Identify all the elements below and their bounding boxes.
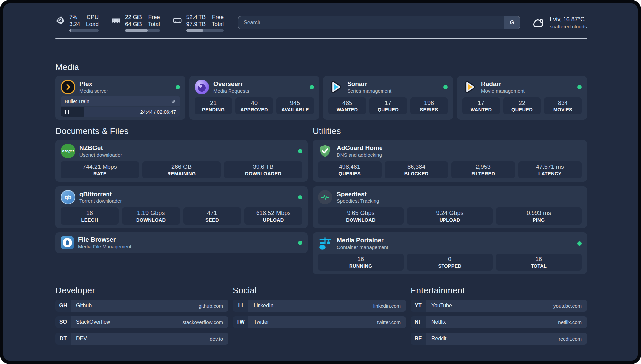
link-row-twitter[interactable]: TWTwittertwitter.com: [233, 316, 406, 328]
link-url: twitter.com: [377, 319, 401, 325]
link-name: DEV: [76, 336, 87, 342]
cpu-progress-fill: [69, 29, 71, 32]
stat-box: 0STOPPED: [407, 254, 493, 271]
disk-widget: 52.4 TB Free 97.9 TB Total: [172, 14, 224, 32]
stat-value: 618.52 Mbps: [256, 210, 290, 217]
speedtest-card[interactable]: Speedtest Speedtest Tracking 9.65 GbpsDO…: [313, 186, 587, 228]
link-name: YouTube: [431, 303, 452, 309]
stat-label: REMAINING: [168, 171, 196, 176]
now-playing-title: Bullet Train: [65, 98, 89, 104]
memory-free-value: 22 GiB: [125, 14, 142, 21]
memory-progress-fill: [125, 29, 148, 32]
link-name: Reddit: [431, 336, 446, 342]
stat-label: PING: [533, 217, 545, 223]
media-section-title: Media: [55, 62, 587, 72]
link-url: netflix.com: [558, 319, 582, 325]
weather-condition: scattered clouds: [550, 23, 587, 30]
stat-box: 498,461QUERIES: [318, 161, 382, 178]
dashboard: 7% CPU 3.24 Load 22 GiB Free: [3, 3, 638, 361]
stat-box: 471SEED: [183, 207, 241, 225]
stat-value: 1.19 Gbps: [137, 210, 165, 217]
radarr-card[interactable]: Radarr Movie management 17WANTED22QUEUED…: [457, 76, 587, 120]
link-row-dev[interactable]: DTDEVdev.to: [55, 333, 228, 345]
filebrowser-icon: [61, 236, 74, 249]
status-dot: [298, 195, 302, 199]
link-name: Netflix: [431, 319, 446, 325]
sonarr-card[interactable]: Sonarr Series management 485WANTED17QUEU…: [323, 76, 453, 120]
stat-label: DOWNLOAD: [136, 217, 166, 223]
stat-value: 471: [207, 210, 217, 217]
link-body: LinkedInlinkedin.com: [248, 300, 406, 312]
stats-row: 9.65 GbpsDOWNLOAD9.24 GbpsUPLOAD0.993 ms…: [318, 207, 582, 225]
stat-label: RUNNING: [349, 263, 372, 269]
app-desc: Media server: [79, 88, 108, 94]
stat-value: 16: [535, 256, 542, 263]
stats-row: 498,461QUERIES86,384BLOCKED2,953FILTERED…: [318, 161, 582, 178]
search-engine-button[interactable]: G: [504, 16, 520, 29]
stat-label: LATENCY: [538, 171, 562, 176]
link-row-linkedin[interactable]: LILinkedInlinkedin.com: [233, 300, 406, 312]
app-name: Plex: [79, 80, 108, 88]
link-body: Redditreddit.com: [426, 333, 587, 345]
link-name: StackOverflow: [76, 319, 110, 325]
stat-box: 485WANTED: [328, 97, 366, 114]
stat-value: 498,461: [339, 164, 360, 170]
link-body: Twittertwitter.com: [248, 316, 406, 328]
stat-value: 16: [357, 256, 364, 263]
filebrowser-card[interactable]: File Browser Media File Management: [55, 232, 308, 253]
stat-label: DOWNLOAD: [346, 217, 375, 223]
portainer-card[interactable]: Media Portainer Container management 16R…: [313, 232, 587, 274]
status-dot: [577, 85, 582, 89]
memory-widget: 22 GiB Free 64 GiB Total: [111, 14, 160, 32]
adguard-card[interactable]: AdGuard Home DNS and adblocking 498,461Q…: [313, 140, 587, 182]
app-desc: Torrent downloader: [79, 198, 122, 204]
status-dot: [298, 149, 302, 153]
stat-label: APPROVED: [240, 107, 268, 112]
stat-label: UPLOAD: [439, 217, 460, 223]
link-row-github[interactable]: GHGithubgithub.com: [55, 300, 228, 312]
speedtest-icon: [318, 190, 332, 204]
status-dot: [577, 241, 582, 246]
stat-box: 16RUNNING: [318, 254, 404, 271]
stat-box: 744.21 MbpsRATE: [61, 161, 139, 178]
stats-row: 16LEECH1.19 GbpsDOWNLOAD471SEED618.52 Mb…: [61, 207, 302, 225]
plex-card[interactable]: Plex Media server Bullet Train: [55, 76, 185, 120]
weather-widget[interactable]: Lviv, 16.87°C scattered clouds: [531, 16, 587, 30]
stat-box: 266 GBREMAINING: [142, 161, 221, 178]
playback-progress-track[interactable]: 24:44 / 02:06:47: [61, 107, 180, 117]
nzbget-card[interactable]: nzbget NZBGet Usenet downloader 744.21 M…: [55, 140, 308, 182]
overseerr-card[interactable]: Overseerr Media Requests 21PENDING40APPR…: [189, 76, 319, 120]
stat-value: 16: [86, 210, 93, 217]
link-tag: LI: [233, 300, 248, 312]
stat-box: 0.993 msPING: [496, 207, 582, 225]
stat-label: BLOCKED: [404, 171, 429, 176]
link-url: github.com: [199, 303, 223, 309]
link-row-reddit[interactable]: RERedditreddit.com: [411, 333, 587, 345]
cpu-icon: [55, 15, 65, 25]
status-dot: [310, 85, 314, 89]
stat-value: 86,384: [407, 164, 425, 170]
stat-value: 0.993 ms: [527, 210, 551, 217]
stat-box: 40APPROVED: [235, 97, 273, 114]
link-row-stackoverflow[interactable]: SOStackOverflowstackoverflow.com: [55, 316, 228, 328]
stat-box: 21PENDING: [195, 97, 232, 114]
stat-label: SEED: [205, 217, 219, 223]
link-tag: DT: [55, 333, 71, 345]
search-input[interactable]: [238, 16, 520, 29]
stat-value: 17: [385, 100, 391, 106]
app-name: Sonarr: [347, 80, 391, 88]
disk-total-value: 97.9 TB: [186, 21, 206, 28]
link-row-netflix[interactable]: NFNetflixnetflix.com: [411, 316, 587, 328]
link-tag: GH: [55, 300, 71, 312]
stats-row: 744.21 MbpsRATE266 GBREMAINING39.6 TBDOW…: [61, 161, 302, 178]
app-desc: Speedtest Tracking: [337, 198, 379, 204]
stat-label: LEECH: [81, 217, 98, 223]
pause-button[interactable]: [65, 110, 69, 114]
link-row-youtube[interactable]: YTYouTubeyoutube.com: [411, 300, 587, 312]
link-tag: RE: [411, 333, 426, 345]
stat-box: 16LEECH: [61, 207, 119, 225]
stat-value: 485: [342, 100, 352, 106]
section-social: Social LILinkedInlinkedin.comTWTwittertw…: [233, 286, 406, 349]
qbittorrent-card[interactable]: qb qBittorrent Torrent downloader 16LEEC…: [55, 186, 308, 228]
disk-icon: [172, 15, 182, 25]
